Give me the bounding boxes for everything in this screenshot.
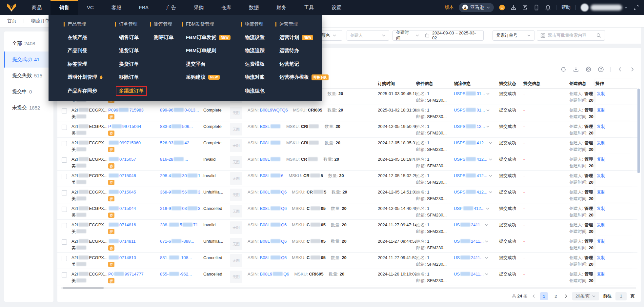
user-menu[interactable] [581,4,628,11]
export-icon[interactable] [573,66,579,72]
platform-order-link[interactable]: 671-6-388... [160,239,194,244]
prev-icon[interactable] [617,66,623,72]
copy-button[interactable]: 复制 [597,206,605,211]
asin-link[interactable]: B08LQ6 [260,206,287,211]
copy-button[interactable]: 复制 [597,140,605,145]
version-link[interactable]: 版本 [445,5,454,10]
logistics-link[interactable]: USPS412... [454,157,487,162]
row-checkbox[interactable] [62,223,67,228]
menu-item-4-1[interactable]: 物流追踪 [245,48,265,54]
copy-button[interactable]: 复制 [597,239,605,244]
search-field-select[interactable]: 卖家订单号 [493,30,534,41]
order-no-link[interactable]: 0715046 [108,173,160,178]
order-no-link[interactable]: 0715045 [108,189,160,195]
asin-link[interactable]: B08LQ6 [260,255,287,260]
nav-item-10[interactable]: 工具 [295,0,323,15]
menu-item-5-0[interactable]: 运营计划NEW [279,34,313,41]
logistics-link[interactable]: USPS412... [454,140,487,145]
nav-item-7[interactable]: 仓库 [212,0,240,15]
copy-button[interactable]: 复制 [597,190,605,194]
platform-order-link[interactable]: 899-960-813... [160,108,199,113]
menu-item-3-1[interactable]: FBM订单规则 [186,48,216,54]
row-checkbox[interactable] [62,157,67,163]
menu-item-1-2[interactable]: 换货订单 [119,61,139,67]
date-range-filter[interactable]: 创建时间 2024-09-03 ~ 2025-03-02 [392,30,484,41]
order-no-link[interactable]: 0714810 [108,255,160,260]
order-no-link[interactable]: 0715057 [108,156,160,162]
order-no-link[interactable]: 0715044 [108,206,160,211]
menu-item-4-0[interactable]: 物流设置 [245,34,265,41]
logistics-link[interactable]: USPS412... [454,173,487,178]
order-no-link[interactable]: P099715983 [108,107,160,113]
fullscreen-icon[interactable] [633,4,639,11]
note-icon[interactable] [522,4,528,11]
asin-link[interactable]: B08L9WQFQ6 [260,108,288,113]
order-no-link[interactable]: 0714816 [108,222,160,228]
menu-item-3-3[interactable]: 采购建议NEW [186,74,220,80]
platform-order-link[interactable]: 219-9033... [160,206,203,211]
menu-item-3-0[interactable]: FBM订单发货NEW [186,34,231,41]
search-input[interactable]: 双击可批量搜索内容 [537,30,605,41]
prev-page-icon[interactable] [532,294,536,298]
order-no-link[interactable]: P099714777 [108,271,160,277]
search-icon[interactable] [596,33,601,38]
sidebar-item-0[interactable]: 全部2408 [4,35,53,51]
nav-item-1[interactable]: 销售 [50,0,78,15]
row-checkbox[interactable] [62,174,67,179]
menu-item-0-2[interactable]: 标签管理 [68,61,87,67]
goto-page-input[interactable]: 1 [615,292,627,300]
asin-link[interactable]: B08L6 [260,173,284,178]
order-no-link[interactable]: 999715060 [108,140,160,146]
help-link[interactable]: 帮助 [561,5,571,10]
copy-button[interactable]: 复制 [597,272,605,276]
menu-item-1-3[interactable]: 移除订单 [119,74,139,80]
logistics-link[interactable]: USPS01... [454,108,485,113]
creator-filter-select[interactable]: 创建人 [347,30,389,41]
brand-logo-icon[interactable] [0,3,23,12]
row-checkbox[interactable] [62,125,67,130]
next-page-icon[interactable] [564,294,568,298]
row-checkbox[interactable] [62,256,67,261]
help-circle-icon[interactable] [598,66,604,72]
sidebar-item-1[interactable]: 提交成功41 [4,51,53,68]
copy-button[interactable]: 复制 [597,157,605,162]
logistics-link[interactable]: US2411... [454,239,484,244]
copy-button[interactable]: 复制 [597,255,605,260]
row-checkbox[interactable] [62,207,67,212]
order-no-link[interactable]: P99715064 [108,124,160,129]
logistics-link[interactable]: USPS412... [454,190,487,194]
platform-order-link[interactable]: 288-571... [160,222,202,227]
nav-item-5[interactable]: 广告 [157,0,185,15]
copy-button[interactable]: 复制 [597,108,605,113]
menu-item-1-0[interactable]: 销售订单 [119,34,139,41]
platform-order-link[interactable]: 855--962... [160,272,192,276]
menu-item-5-3[interactable]: 运营待办模板即将下线 [279,74,329,80]
nav-item-6[interactable]: 采购 [185,0,212,15]
platform-order-link[interactable]: 368-9563... [160,190,203,194]
menu-item-4-3[interactable]: 物流对账 [245,74,265,80]
menu-item-0-4[interactable]: 产品库存同步 [68,88,97,94]
asin-link[interactable]: B08L [260,157,281,162]
platform-order-link[interactable]: 526-9342... [160,140,193,145]
sidebar-item-2[interactable]: 提交失败515 [4,68,53,84]
settings-icon[interactable] [585,66,592,72]
menu-item-3-2[interactable]: 提交平台 [186,61,206,67]
copy-button[interactable]: 复制 [597,91,605,96]
nav-item-8[interactable]: 数据 [240,0,268,15]
order-no-link[interactable]: 0714811 [108,238,160,244]
copy-button[interactable]: 复制 [597,124,605,129]
scrollbar-thumb[interactable] [63,287,104,289]
asin-link[interactable]: B08LQ6 [260,222,287,227]
bell-icon[interactable] [545,4,551,11]
page-number-1[interactable]: 1 [540,292,548,300]
menu-item-0-0[interactable]: 在线产品 [68,34,87,41]
menu-item-4-2[interactable]: 运费模板 [245,61,265,67]
platform-order-link[interactable]: 298-4301... [160,173,203,178]
asin-link[interactable]: B08L [260,140,281,145]
logistics-link[interactable]: USPS12... [454,124,485,129]
sidebar-item-4[interactable]: 未提交1852 [4,100,53,116]
menu-item-4-4[interactable]: 物流组包 [245,88,265,94]
platform-order-link[interactable]: 816-28... [160,157,188,162]
logistics-link[interactable]: USP412... [454,206,484,211]
row-checkbox[interactable] [62,190,67,195]
